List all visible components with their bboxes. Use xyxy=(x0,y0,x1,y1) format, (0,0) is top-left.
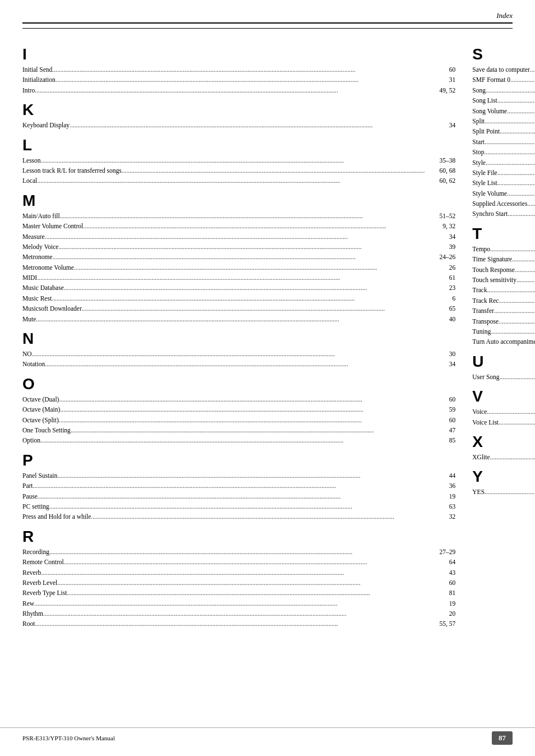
entry-dots xyxy=(59,415,425,425)
index-entry: Initial Send 60 xyxy=(22,64,455,75)
entry-name: Pause xyxy=(22,491,38,501)
entry-dots xyxy=(490,452,535,462)
index-entry: Music Rest 6 xyxy=(22,293,455,303)
entry-dots xyxy=(83,221,425,231)
index-entry: XGlite 6 xyxy=(472,452,535,462)
index-entry: Local 60, 62 xyxy=(22,176,455,186)
entry-dots xyxy=(58,242,425,252)
entry-dots xyxy=(487,285,535,295)
entry-name: Synchro Start xyxy=(472,209,508,219)
index-entry: Transpose 46 xyxy=(472,316,535,326)
entry-dots xyxy=(56,75,425,85)
entry-name: Reverb xyxy=(22,568,41,578)
index-entry: Song Volume 39 xyxy=(472,106,535,116)
entry-dots xyxy=(53,252,425,262)
index-entry: Rew 19 xyxy=(22,598,455,609)
entry-name: Panel Sustain xyxy=(22,471,57,481)
entry-dots xyxy=(508,209,535,219)
entry-page: 34 xyxy=(425,120,455,130)
entry-dots xyxy=(122,165,425,176)
section-letter-y: Y xyxy=(472,468,535,486)
entry-dots xyxy=(36,314,425,324)
index-entry: Style File 54, 67 xyxy=(472,168,535,178)
index-entry: Reverb Level 60 xyxy=(22,578,455,588)
entry-page: 65 xyxy=(425,303,455,314)
index-columns: IInitial Send 60Initialization 31Intro 4… xyxy=(22,40,513,629)
index-entry: Master Volume Control 9, 32 xyxy=(22,221,455,231)
index-entry: Synchro Start 21, 49 xyxy=(472,209,535,219)
entry-name: Rhythm xyxy=(22,609,43,619)
index-entry: YES 30 xyxy=(472,487,535,497)
footer-page-number: 87 xyxy=(492,731,513,745)
entry-name: Voice List xyxy=(472,417,499,427)
entry-page: 36 xyxy=(425,481,455,491)
entry-name: Transfer xyxy=(472,306,494,316)
entry-dots xyxy=(487,407,535,417)
entry-name: Notation xyxy=(22,359,45,369)
index-entry: Reverb Type List 81 xyxy=(22,588,455,598)
entry-name: Intro xyxy=(22,85,35,95)
index-entry: Panel Sustain 44 xyxy=(22,471,455,481)
section-letter-x: X xyxy=(472,433,535,451)
section-letter-l: L xyxy=(22,136,455,154)
entry-dots xyxy=(35,619,425,629)
entry-name: Musicsoft Downloader xyxy=(22,303,82,314)
entry-page: 34 xyxy=(425,232,455,242)
index-entry: Octave (Main) 59 xyxy=(22,404,455,414)
entry-page: 60 xyxy=(425,394,455,404)
index-entry: Music Database 23 xyxy=(22,283,455,293)
entry-dots xyxy=(70,120,425,130)
entry-name: Lesson track R/L for transferred songs xyxy=(22,165,122,176)
index-entry: Octave (Split) 60 xyxy=(22,415,455,425)
entry-name: Time Signature xyxy=(472,254,512,264)
entry-name: Song xyxy=(472,85,486,95)
entry-name: Style Volume xyxy=(472,188,507,199)
index-entry: Reverb 43 xyxy=(22,568,455,578)
index-entry: Start 32 xyxy=(472,137,535,147)
entry-page: 19 xyxy=(425,598,455,609)
entry-page: 44 xyxy=(425,471,455,481)
entry-dots xyxy=(510,75,535,85)
entry-dots xyxy=(497,168,535,178)
entry-name: Measure xyxy=(22,232,45,242)
entry-page: 61 xyxy=(425,273,455,283)
entry-name: Reverb Level xyxy=(22,578,57,588)
entry-page: 23 xyxy=(425,283,455,293)
entry-name: Track Rec xyxy=(472,296,499,306)
index-entry: User Song 27–28 xyxy=(472,372,535,382)
entry-name: Music Database xyxy=(22,283,64,293)
index-entry: Initialization 31 xyxy=(22,75,455,85)
index-entry: Lesson 35–38 xyxy=(22,155,455,165)
entry-page: 64 xyxy=(425,557,455,567)
index-entry: Song 18 xyxy=(472,85,535,95)
entry-name: Style File xyxy=(472,168,497,178)
entry-dots xyxy=(499,417,535,427)
entry-dots xyxy=(497,178,535,188)
entry-page: 85 xyxy=(425,435,455,445)
entry-name: Local xyxy=(22,176,37,186)
entry-page: 47 xyxy=(425,425,455,435)
entry-dots xyxy=(516,275,535,285)
entry-name: Song Volume xyxy=(472,106,507,116)
entry-dots xyxy=(484,147,535,157)
index-entry: Time Signature 25 xyxy=(472,254,535,264)
index-entry: NO 30 xyxy=(22,349,455,359)
entry-dots xyxy=(499,296,535,306)
entry-page: 60 xyxy=(425,578,455,588)
top-rule xyxy=(22,28,513,29)
index-entry: Stop 32 xyxy=(472,147,535,157)
index-entry: Metronome Volume 26 xyxy=(22,262,455,273)
entry-page: 34 xyxy=(425,359,455,369)
entry-dots xyxy=(38,491,425,501)
index-entry: Measure 34 xyxy=(22,232,455,242)
index-entry: Pause 19 xyxy=(22,491,455,501)
index-entry: Tempo 48 xyxy=(472,244,535,254)
entry-name: Tuning xyxy=(472,326,491,336)
entry-dots xyxy=(494,306,535,316)
index-entry: Save data to computer 68 xyxy=(472,64,535,75)
entry-page: 6 xyxy=(425,293,455,303)
entry-dots xyxy=(67,588,425,598)
index-entry: Style List 79 xyxy=(472,178,535,188)
entry-name: Stop xyxy=(472,147,484,157)
entry-page: 26 xyxy=(425,262,455,273)
